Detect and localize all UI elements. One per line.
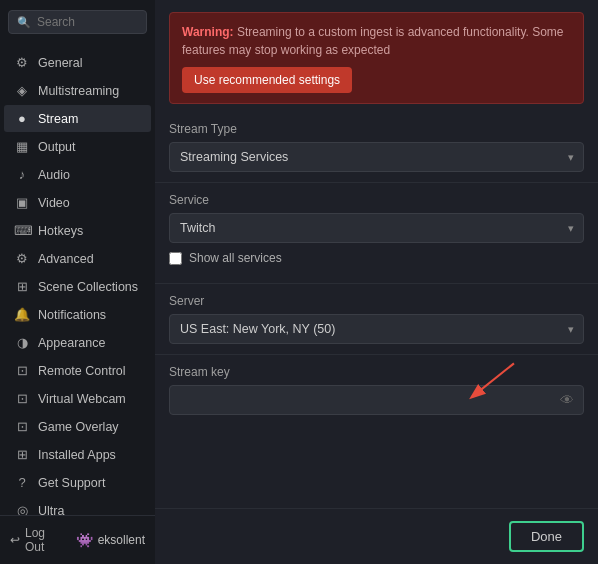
- stream-key-section: Stream key 👁: [155, 355, 598, 425]
- sidebar-label-scene-collections: Scene Collections: [38, 280, 138, 294]
- sidebar-label-advanced: Advanced: [38, 252, 94, 266]
- sidebar-item-virtual-webcam[interactable]: ⊡ Virtual Webcam: [4, 385, 151, 412]
- sidebar-item-multistreaming[interactable]: ◈ Multistreaming: [4, 77, 151, 104]
- search-icon: 🔍: [17, 16, 31, 29]
- toggle-visibility-icon[interactable]: 👁: [560, 392, 574, 408]
- sidebar-label-general: General: [38, 56, 82, 70]
- game-overlay-icon: ⊡: [14, 419, 30, 434]
- virtual-webcam-icon: ⊡: [14, 391, 30, 406]
- sidebar-item-game-overlay[interactable]: ⊡ Game Overlay: [4, 413, 151, 440]
- warning-label: Warning:: [182, 25, 234, 39]
- sidebar-item-output[interactable]: ▦ Output: [4, 133, 151, 160]
- sidebar-nav: ⚙ General ◈ Multistreaming ● Stream ▦ Ou…: [0, 44, 155, 515]
- content-footer: Done: [155, 508, 598, 564]
- main-content: Warning: Streaming to a custom ingest is…: [155, 0, 598, 564]
- stream-key-input[interactable]: [169, 385, 584, 415]
- sidebar-item-installed-apps[interactable]: ⊞ Installed Apps: [4, 441, 151, 468]
- logout-icon: ↩: [10, 533, 20, 547]
- done-button[interactable]: Done: [509, 521, 584, 552]
- audio-icon: ♪: [14, 167, 30, 182]
- sidebar-item-appearance[interactable]: ◑ Appearance: [4, 329, 151, 356]
- sidebar-label-stream: Stream: [38, 112, 78, 126]
- sidebar-label-remote-control: Remote Control: [38, 364, 126, 378]
- recommend-settings-button[interactable]: Use recommended settings: [182, 67, 352, 93]
- server-label: Server: [169, 294, 584, 308]
- stream-type-select-wrapper: Streaming ServicesCustom Ingest ▾: [169, 142, 584, 172]
- stream-key-label: Stream key: [169, 365, 584, 379]
- sidebar-item-get-support[interactable]: ? Get Support: [4, 469, 151, 496]
- advanced-icon: ⚙: [14, 251, 30, 266]
- sidebar-label-hotkeys: Hotkeys: [38, 224, 83, 238]
- sidebar-label-appearance: Appearance: [38, 336, 105, 350]
- sidebar-label-ultra: Ultra: [38, 504, 64, 516]
- username-label: eksollent: [98, 533, 145, 547]
- sidebar-item-hotkeys[interactable]: ⌨ Hotkeys: [4, 217, 151, 244]
- sidebar-footer: ↩ Log Out 👾 eksollent: [0, 515, 155, 564]
- show-all-services-checkbox[interactable]: [169, 252, 182, 265]
- hotkeys-icon: ⌨: [14, 223, 30, 238]
- warning-text: Streaming to a custom ingest is advanced…: [182, 25, 564, 57]
- server-section: Server US East: New York, NY (50)US West…: [155, 284, 598, 355]
- video-icon: ▣: [14, 195, 30, 210]
- multistreaming-icon: ◈: [14, 83, 30, 98]
- remote-control-icon: ⊡: [14, 363, 30, 378]
- sidebar: 🔍 ⚙ General ◈ Multistreaming ● Stream ▦ …: [0, 0, 155, 564]
- sidebar-item-general[interactable]: ⚙ General: [4, 49, 151, 76]
- service-label: Service: [169, 193, 584, 207]
- logout-button[interactable]: ↩ Log Out: [10, 526, 68, 554]
- notifications-icon: 🔔: [14, 307, 30, 322]
- sidebar-item-scene-collections[interactable]: ⊞ Scene Collections: [4, 273, 151, 300]
- logout-label: Log Out: [25, 526, 68, 554]
- sidebar-item-advanced[interactable]: ⚙ Advanced: [4, 245, 151, 272]
- search-input[interactable]: [37, 15, 138, 29]
- sidebar-item-remote-control[interactable]: ⊡ Remote Control: [4, 357, 151, 384]
- service-select[interactable]: TwitchYouTubeFacebook: [169, 213, 584, 243]
- sidebar-label-multistreaming: Multistreaming: [38, 84, 119, 98]
- sidebar-item-notifications[interactable]: 🔔 Notifications: [4, 301, 151, 328]
- sidebar-label-installed-apps: Installed Apps: [38, 448, 116, 462]
- scene-collections-icon: ⊞: [14, 279, 30, 294]
- ultra-icon: ◎: [14, 503, 30, 515]
- server-select[interactable]: US East: New York, NY (50)US West: Los A…: [169, 314, 584, 344]
- sidebar-item-ultra[interactable]: ◎ Ultra: [4, 497, 151, 515]
- installed-apps-icon: ⊞: [14, 447, 30, 462]
- search-box[interactable]: 🔍: [8, 10, 147, 34]
- stream-key-input-wrapper: 👁: [169, 385, 584, 415]
- service-select-wrapper: TwitchYouTubeFacebook ▾: [169, 213, 584, 243]
- output-icon: ▦: [14, 139, 30, 154]
- sidebar-label-audio: Audio: [38, 168, 70, 182]
- sidebar-item-video[interactable]: ▣ Video: [4, 189, 151, 216]
- sidebar-label-get-support: Get Support: [38, 476, 105, 490]
- user-avatar-icon: 👾: [76, 532, 93, 548]
- get-support-icon: ?: [14, 475, 30, 490]
- show-all-services-row: Show all services: [169, 251, 584, 265]
- stream-type-section: Stream Type Streaming ServicesCustom Ing…: [155, 112, 598, 183]
- warning-banner: Warning: Streaming to a custom ingest is…: [169, 12, 584, 104]
- sidebar-item-audio[interactable]: ♪ Audio: [4, 161, 151, 188]
- sidebar-label-virtual-webcam: Virtual Webcam: [38, 392, 126, 406]
- sidebar-item-stream[interactable]: ● Stream: [4, 105, 151, 132]
- user-info: 👾 eksollent: [76, 532, 145, 548]
- stream-type-label: Stream Type: [169, 122, 584, 136]
- server-select-wrapper: US East: New York, NY (50)US West: Los A…: [169, 314, 584, 344]
- service-section: Service TwitchYouTubeFacebook ▾ Show all…: [155, 183, 598, 284]
- sidebar-label-output: Output: [38, 140, 76, 154]
- general-icon: ⚙: [14, 55, 30, 70]
- stream-type-select[interactable]: Streaming ServicesCustom Ingest: [169, 142, 584, 172]
- stream-icon: ●: [14, 111, 30, 126]
- appearance-icon: ◑: [14, 335, 30, 350]
- show-all-services-label: Show all services: [189, 251, 282, 265]
- sidebar-label-notifications: Notifications: [38, 308, 106, 322]
- sidebar-label-game-overlay: Game Overlay: [38, 420, 119, 434]
- sidebar-label-video: Video: [38, 196, 70, 210]
